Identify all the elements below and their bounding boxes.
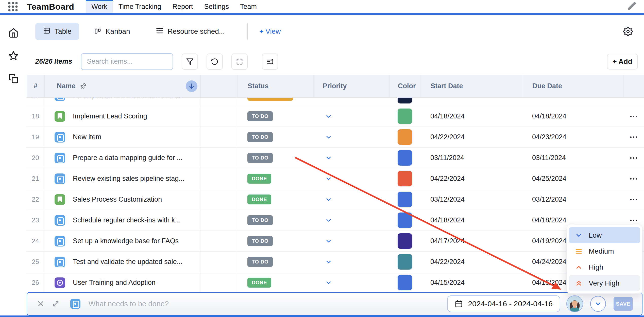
status-badge[interactable]: TO DO (247, 111, 273, 121)
add-item-button[interactable]: + Add (607, 54, 638, 69)
item-name[interactable]: Schedule regular check-ins with k... (73, 216, 181, 224)
start-date[interactable]: 04/22/2024 (421, 127, 522, 147)
status-badge[interactable]: DONE (247, 174, 271, 184)
color-swatch[interactable] (398, 213, 412, 228)
item-name[interactable]: Set up a knowledge base for FAQs (73, 237, 179, 245)
table-row[interactable]: 18Implement Lead ScoringTO DO04/18/20240… (27, 106, 644, 127)
due-date[interactable]: 04/23/2024 (522, 127, 623, 147)
assignee-avatar[interactable] (566, 295, 583, 312)
color-swatch[interactable] (398, 254, 412, 270)
color-swatch[interactable] (398, 98, 412, 103)
priority-chevron-icon[interactable] (325, 279, 332, 286)
priority-chevron-icon[interactable] (325, 238, 332, 245)
row-actions-icon[interactable] (630, 157, 637, 159)
status-badge[interactable]: TO DO (247, 132, 273, 142)
sort-descending-button[interactable] (186, 80, 197, 92)
item-name[interactable]: Test and validate the updated sale... (73, 258, 182, 266)
priority-chevron-icon[interactable] (325, 196, 332, 203)
start-date[interactable]: 04/17/2024 (421, 231, 522, 251)
fullscreen-button[interactable] (231, 54, 248, 70)
row-actions-icon[interactable] (630, 199, 637, 200)
date-range-picker[interactable]: 2024-04-16 - 2024-04-16 (447, 295, 560, 312)
column-settings-button[interactable] (262, 54, 278, 70)
due-date[interactable] (522, 98, 623, 106)
priority-option-very-high[interactable]: Very High (569, 275, 640, 291)
refresh-button[interactable] (207, 54, 223, 70)
row-actions-icon[interactable] (630, 178, 637, 180)
view-tab-table[interactable]: Table (35, 23, 79, 40)
table-row[interactable]: 20Prepare a data mapping guide for ...TO… (27, 148, 644, 168)
priority-chevron-icon[interactable] (325, 98, 332, 99)
row-actions-icon[interactable] (630, 116, 637, 117)
item-name[interactable]: Sales Process Customization (73, 196, 162, 203)
status-badge[interactable]: DONE (247, 278, 271, 288)
table-row[interactable]: 23Schedule regular check-ins with k...TO… (27, 210, 644, 231)
row-actions-icon[interactable] (630, 220, 637, 221)
start-date[interactable]: 04/15/2024 (421, 272, 522, 292)
item-name[interactable]: Review existing sales pipeline stag... (73, 175, 184, 183)
nav-tab-report[interactable]: Report (167, 0, 198, 13)
status-badge[interactable]: TO DO (247, 236, 273, 246)
start-date[interactable]: 03/11/2024 (421, 148, 522, 168)
color-swatch[interactable] (398, 129, 412, 145)
status-badge[interactable]: DONE (247, 195, 271, 204)
start-date[interactable]: 03/12/2024 (421, 189, 522, 210)
status-badge[interactable]: TO DO (247, 215, 273, 225)
view-tab-kanban[interactable]: Kanban (94, 27, 130, 36)
priority-chevron-icon[interactable] (325, 258, 332, 266)
close-icon[interactable] (37, 300, 44, 308)
start-date[interactable]: 04/18/2024 (421, 210, 522, 231)
new-item-input[interactable] (89, 300, 447, 308)
table-row[interactable]: 25Test and validate the updated sale...T… (27, 252, 644, 272)
item-name[interactable]: Implement Lead Scoring (73, 112, 147, 120)
priority-chevron-icon[interactable] (325, 154, 332, 162)
priority-option-low[interactable]: Low (569, 227, 640, 243)
item-name[interactable]: Prepare a data mapping guide for ... (73, 154, 182, 162)
item-name[interactable]: Identify and document sources of ... (73, 98, 181, 100)
table-row[interactable]: 24Set up a knowledge base for FAQsTO DO0… (27, 231, 644, 252)
filter-button[interactable] (182, 54, 198, 70)
item-name[interactable]: User Training and Adoption (73, 279, 156, 287)
start-date[interactable]: 04/18/2024 (421, 106, 522, 127)
home-icon[interactable] (8, 28, 19, 39)
gear-icon[interactable] (623, 27, 633, 36)
priority-chevron-icon[interactable] (325, 217, 332, 224)
save-button[interactable]: SAVE (614, 297, 633, 311)
nav-tab-time-tracking[interactable]: Time Tracking (113, 0, 167, 13)
start-date[interactable]: 04/22/2024 (421, 252, 522, 272)
row-actions-icon[interactable] (630, 136, 637, 138)
start-date[interactable] (421, 98, 522, 106)
nav-tab-work[interactable]: Work (86, 0, 113, 13)
expand-diagonal-icon[interactable] (52, 300, 60, 308)
priority-chevron-icon[interactable] (325, 175, 332, 182)
edit-pencil-icon[interactable] (627, 2, 636, 12)
color-swatch[interactable] (398, 150, 412, 166)
due-date[interactable]: 04/25/2024 (522, 168, 623, 189)
table-row[interactable]: 22Sales Process CustomizationDONE03/12/2… (27, 189, 644, 210)
status-badge[interactable]: IN PROGRESS (247, 98, 293, 101)
pin-icon[interactable] (78, 81, 88, 91)
copy-pages-icon[interactable] (8, 74, 19, 85)
status-badge[interactable]: TO DO (247, 257, 273, 267)
priority-chevron-icon[interactable] (325, 113, 332, 120)
color-swatch[interactable] (398, 233, 412, 249)
col-header-name[interactable]: Name (44, 75, 200, 97)
priority-chevron-icon[interactable] (325, 134, 332, 141)
start-date[interactable]: 04/22/2024 (421, 168, 522, 189)
color-swatch[interactable] (398, 192, 412, 207)
item-name[interactable]: New item (73, 133, 101, 141)
priority-option-high[interactable]: High (569, 259, 640, 275)
view-tab-resource-scheduler[interactable]: Resource sched... (156, 27, 225, 36)
new-task-type-icon[interactable] (70, 299, 80, 309)
color-swatch[interactable] (398, 171, 412, 186)
table-row[interactable]: 19New itemTO DO04/22/202404/23/2024 (27, 127, 644, 148)
search-input[interactable] (87, 58, 167, 65)
nav-tab-team[interactable]: Team (234, 0, 262, 13)
nav-tab-settings[interactable]: Settings (198, 0, 234, 13)
table-row-partial[interactable]: 17 Identify and document sources of ... … (27, 98, 644, 106)
due-date[interactable]: 04/18/2024 (522, 106, 623, 127)
priority-option-medium[interactable]: Medium (569, 243, 640, 259)
due-date[interactable]: 03/12/2024 (522, 189, 623, 210)
add-view-button[interactable]: + View (259, 27, 281, 36)
app-grid-icon[interactable] (7, 1, 19, 12)
